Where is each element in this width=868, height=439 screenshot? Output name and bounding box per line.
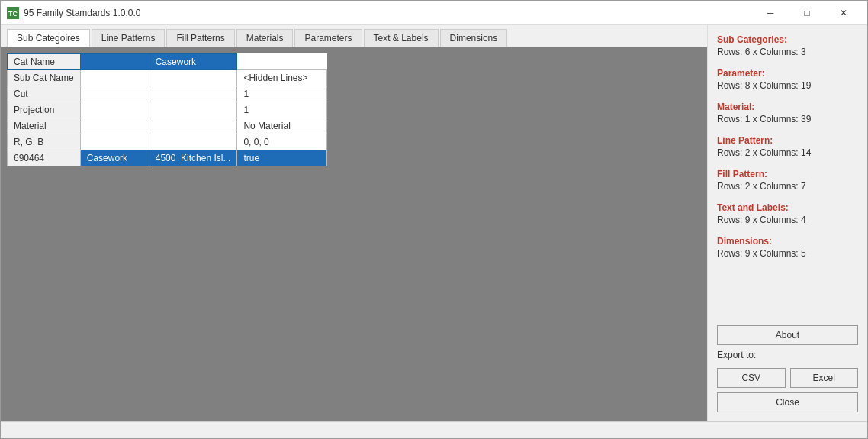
- sidebar-line-pattern-detail: Rows: 2 x Columns: 14: [717, 147, 858, 158]
- sidebar-sub-categories: Sub Categories: Rows: 6 x Columns: 3: [717, 34, 858, 57]
- tab-fill-patterns[interactable]: Fill Patterns: [166, 29, 234, 47]
- cell-3-2: [149, 118, 237, 134]
- tab-dimensions[interactable]: Dimensions: [440, 29, 508, 47]
- main-window: TC 95 Family Stamdards 1.0.0.0 ─ □ ✕ Sub…: [0, 0, 868, 439]
- table-header-row: Cat Name Casework: [8, 54, 327, 70]
- tab-text-labels[interactable]: Text & Labels: [364, 29, 439, 47]
- sidebar-material-title: Material:: [717, 102, 858, 112]
- cell-3-3: No Material: [237, 118, 327, 134]
- sidebar: Sub Categories: Rows: 6 x Columns: 3 Par…: [707, 25, 867, 421]
- table-row[interactable]: R, G, B 0, 0, 0: [8, 134, 327, 150]
- sidebar-sub-cat-title: Sub Categories:: [717, 34, 858, 45]
- tab-materials[interactable]: Materials: [236, 29, 294, 47]
- cell-0-2: [149, 70, 237, 86]
- window-title: 95 Family Stamdards 1.0.0.0: [24, 8, 753, 18]
- cell-2-1: [80, 102, 149, 118]
- header-col-1: [80, 54, 149, 70]
- close-button[interactable]: ✕: [826, 1, 861, 25]
- excel-button[interactable]: Excel: [790, 368, 859, 388]
- sidebar-param-title: Parameter:: [717, 68, 858, 79]
- cell-4-2: [149, 134, 237, 150]
- sidebar-fill-pattern: Fill Pattern: Rows: 2 x Columns: 7: [717, 169, 858, 192]
- close-button[interactable]: Close: [717, 392, 858, 412]
- cell-5-0: 690464: [8, 150, 81, 166]
- sidebar-dimensions-detail: Rows: 9 x Columns: 5: [717, 248, 858, 259]
- sidebar-line-pattern-title: Line Pattern:: [717, 135, 858, 146]
- cell-5-1: Casework: [80, 150, 149, 166]
- sidebar-text-labels-detail: Rows: 9 x Columns: 4: [717, 215, 858, 225]
- cell-5-3: true: [237, 150, 327, 166]
- cell-2-2: [149, 102, 237, 118]
- cell-1-0: Cut: [8, 86, 81, 102]
- cell-3-0: Material: [8, 118, 81, 134]
- tab-line-patterns[interactable]: Line Patterns: [92, 29, 166, 47]
- window-controls: ─ □ ✕: [753, 1, 861, 25]
- export-row: CSV Excel: [717, 368, 858, 388]
- sidebar-dimensions: Dimensions: Rows: 9 x Columns: 5: [717, 236, 858, 259]
- cell-3-1: [80, 118, 149, 134]
- cell-0-3: <Hidden Lines>: [237, 70, 327, 86]
- sidebar-param-detail: Rows: 8 x Columns: 19: [717, 80, 858, 91]
- sidebar-sub-cat-detail: Rows: 6 x Columns: 3: [717, 47, 858, 57]
- cell-4-3: 0, 0, 0: [237, 134, 327, 150]
- sidebar-fill-pattern-detail: Rows: 2 x Columns: 7: [717, 181, 858, 192]
- sidebar-dimensions-title: Dimensions:: [717, 236, 858, 247]
- cell-2-0: Projection: [8, 102, 81, 118]
- sidebar-line-pattern: Line Pattern: Rows: 2 x Columns: 14: [717, 135, 858, 158]
- cell-0-0: Sub Cat Name: [8, 70, 81, 86]
- cell-5-2: 4500_Kitchen Isl...: [149, 150, 237, 166]
- cell-4-1: [80, 134, 149, 150]
- header-col-0: Cat Name: [8, 54, 81, 70]
- cell-1-2: [149, 86, 237, 102]
- sidebar-action-buttons: About Export to: CSV Excel Close: [717, 325, 858, 412]
- cell-2-3: 1: [237, 102, 327, 118]
- sidebar-text-labels: Text and Labels: Rows: 9 x Columns: 4: [717, 202, 858, 225]
- content-area: Sub Categoires Line Patterns Fill Patter…: [1, 25, 867, 421]
- tab-sub-categories[interactable]: Sub Categoires: [7, 29, 90, 47]
- sidebar-parameter: Parameter: Rows: 8 x Columns: 19: [717, 68, 858, 91]
- tab-parameters[interactable]: Parameters: [294, 29, 362, 47]
- data-table: Cat Name Casework Sub Cat Name <Hidden L…: [7, 53, 327, 166]
- csv-button[interactable]: CSV: [717, 368, 786, 388]
- app-icon: TC: [7, 7, 19, 19]
- minimize-button[interactable]: ─: [753, 1, 788, 25]
- table-row[interactable]: Projection 1: [8, 102, 327, 118]
- main-panel: Sub Categoires Line Patterns Fill Patter…: [1, 25, 707, 421]
- cell-1-1: [80, 86, 149, 102]
- header-col-2: Casework: [149, 54, 237, 70]
- status-bar: [1, 421, 867, 438]
- maximize-button[interactable]: □: [789, 1, 825, 25]
- sidebar-material: Material: Rows: 1 x Columns: 39: [717, 102, 858, 124]
- about-button[interactable]: About: [717, 325, 858, 345]
- tab-bar: Sub Categoires Line Patterns Fill Patter…: [1, 25, 707, 47]
- table-row[interactable]: Cut 1: [8, 86, 327, 102]
- table-row[interactable]: Sub Cat Name <Hidden Lines>: [8, 70, 327, 86]
- cell-1-3: 1: [237, 86, 327, 102]
- sidebar-text-labels-title: Text and Labels:: [717, 202, 858, 213]
- svg-text:TC: TC: [8, 10, 18, 18]
- title-bar: TC 95 Family Stamdards 1.0.0.0 ─ □ ✕: [1, 1, 867, 25]
- cell-4-0: R, G, B: [8, 134, 81, 150]
- export-label: Export to:: [717, 350, 858, 360]
- table-area: Cat Name Casework Sub Cat Name <Hidden L…: [1, 47, 707, 421]
- sidebar-material-detail: Rows: 1 x Columns: 39: [717, 114, 858, 124]
- table-row-selected[interactable]: 690464 Casework 4500_Kitchen Isl... true: [8, 150, 327, 166]
- table-row[interactable]: Material No Material: [8, 118, 327, 134]
- cell-0-1: [80, 70, 149, 86]
- sidebar-fill-pattern-title: Fill Pattern:: [717, 169, 858, 179]
